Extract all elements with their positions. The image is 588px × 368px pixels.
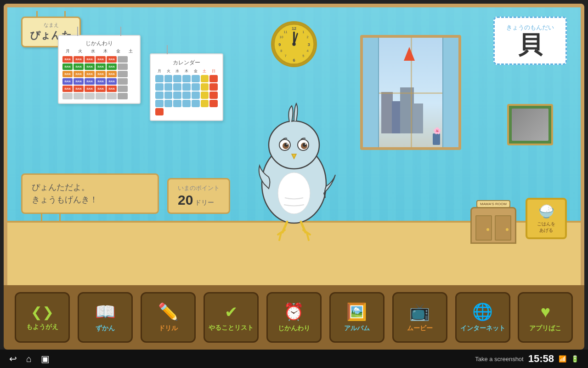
time-display: 15:58	[528, 353, 554, 365]
door-left	[475, 215, 492, 241]
door-frame: MAMA'S ROOM	[470, 207, 516, 244]
recent-icon[interactable]: ▣	[41, 353, 50, 364]
svg-text:12: 12	[292, 26, 296, 31]
svg-text:7: 7	[285, 54, 287, 58]
points-value: 20	[178, 192, 193, 208]
svg-point-17	[269, 121, 319, 169]
doriru-label: ドリル	[158, 324, 178, 333]
door-right	[495, 215, 511, 241]
intanetto-icon: 🌐	[472, 302, 493, 322]
screenshot-label: Take a screenshot	[475, 356, 524, 362]
bird-character	[248, 101, 340, 248]
nav-btn-intanetto[interactable]: 🌐 インターネット	[455, 292, 510, 343]
arubamu-icon: 🖼️	[346, 302, 367, 322]
food-button[interactable]: 🍚 ごはんをあげる	[526, 198, 567, 239]
svg-text:2: 2	[306, 35, 308, 39]
yarukotor-icon: ✔	[225, 303, 237, 321]
calendar-title: カレンダー	[155, 59, 218, 67]
mamas-room[interactable]: MAMA'S ROOM	[470, 207, 516, 248]
svg-point-21	[287, 144, 288, 145]
question-value: 貝	[504, 32, 556, 58]
curtain-left	[363, 38, 379, 147]
jikanwari-label: じかんわり	[278, 324, 310, 333]
door-knob-left	[486, 228, 489, 231]
svg-text:8: 8	[280, 49, 282, 53]
game-area: なまえ ぴょんた 12 3 6 9 1 2 4 5 7 8	[4, 4, 584, 285]
mubi-label: ムービー	[407, 324, 433, 333]
nav-btn-yarukotor[interactable]: ✔ やることリスト	[204, 292, 259, 343]
nav-btn-doriru[interactable]: ✏️ ドリル	[141, 292, 196, 343]
nav-btn-mubi[interactable]: 📺 ムービー	[392, 292, 447, 343]
points-box: いまのポイント 20 ドリー	[167, 178, 230, 214]
window: 🌸	[360, 35, 461, 150]
doriru-icon: ✏️	[158, 302, 179, 322]
food-icon: 🍚	[538, 204, 554, 219]
svg-point-15	[292, 42, 295, 46]
jikanwari-icon: ⏰	[283, 302, 304, 322]
door-sign: MAMA'S ROOM	[476, 200, 510, 208]
question-label: きょうのもんだい	[504, 23, 556, 32]
name-label: なまえ	[30, 22, 72, 29]
status-bar: ↩ ⌂ ▣ Take a screenshot 15:58 📶 🔋	[0, 350, 588, 368]
nav-btn-moyougae[interactable]: ❮❯ もようがえ	[15, 292, 70, 343]
points-label: いまのポイント	[178, 184, 220, 192]
nav-bar: ❮❯ もようがえ 📖 ずかん ✏️ ドリル ✔ やることリスト ⏰ じかんわり …	[4, 285, 584, 350]
svg-text:10: 10	[279, 35, 283, 39]
moyougae-icon: ❮❯	[31, 304, 54, 320]
svg-text:9: 9	[278, 42, 281, 47]
svg-text:5: 5	[302, 54, 304, 58]
apurihako-icon: ♥	[541, 302, 550, 322]
status-right: Take a screenshot 15:58 📶 🔋	[475, 353, 579, 365]
calendar: カレンダー 月 火 水 木 金 土 日	[150, 53, 223, 121]
status-left: ↩ ⌂ ▣	[9, 353, 50, 364]
svg-text:6: 6	[293, 58, 295, 63]
battery-icon: 🔋	[571, 355, 579, 362]
photo-frame	[507, 104, 553, 145]
wifi-icon: 📶	[559, 355, 566, 362]
timetable-title: じかんわり 月 火 水 木 金 土	[62, 40, 136, 54]
app: なまえ ぴょんた 12 3 6 9 1 2 4 5 7 8	[0, 0, 588, 368]
svg-text:4: 4	[306, 49, 308, 53]
chat-line2: きょうもげんき！	[32, 194, 148, 206]
zukan-label: ずかん	[96, 324, 115, 333]
svg-point-27	[278, 172, 310, 214]
nav-btn-jikanwari[interactable]: ⏰ じかんわり	[266, 292, 322, 343]
svg-text:1: 1	[302, 30, 304, 34]
svg-text:11: 11	[284, 30, 288, 34]
arubamu-label: アルバム	[344, 324, 370, 333]
timetable: じかんわり 月 火 水 木 金 土 RAN RAN RAN RAN RAN	[58, 35, 141, 104]
door-knob-right	[506, 228, 509, 231]
nav-btn-apurihako[interactable]: ♥ アプリばこ	[518, 292, 573, 343]
window-view: 🌸	[379, 38, 442, 147]
apurihako-label: アプリばこ	[529, 324, 561, 333]
svg-point-25	[305, 144, 306, 145]
curtain-right	[442, 38, 458, 147]
yarukotor-label: やることリスト	[209, 324, 254, 332]
chat-bubble: ぴょんただよ。 きょうもげんき！	[21, 173, 159, 214]
back-icon[interactable]: ↩	[9, 353, 17, 364]
nav-btn-zukan[interactable]: 📖 ずかん	[78, 292, 133, 343]
svg-text:3: 3	[308, 42, 310, 47]
nav-btn-arubamu[interactable]: 🖼️ アルバム	[329, 292, 384, 343]
chat-line1: ぴょんただよ。	[32, 181, 148, 194]
points-unit: ドリー	[195, 199, 214, 207]
clock: 12 3 6 9 1 2 4 5 7 8 10 11	[271, 21, 317, 67]
moyougae-label: もようがえ	[26, 323, 58, 331]
zukan-icon: 📖	[95, 302, 116, 322]
mubi-icon: 📺	[409, 302, 430, 322]
intanetto-label: インターネット	[460, 324, 505, 333]
home-icon[interactable]: ⌂	[26, 354, 32, 364]
food-label: ごはんをあげる	[537, 221, 555, 234]
question-sign: きょうのもんだい 貝	[493, 17, 567, 65]
photo-inner	[512, 109, 548, 141]
